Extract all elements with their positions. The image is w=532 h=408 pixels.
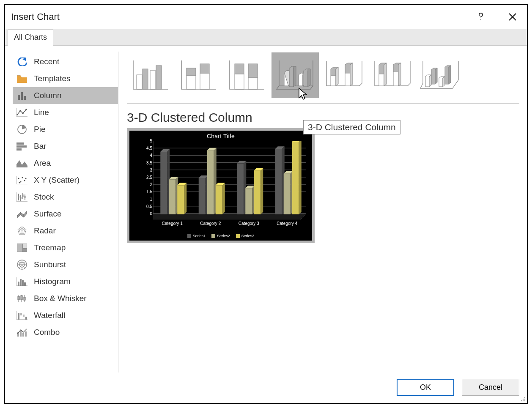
insert-chart-dialog: Insert Chart All Charts Recent Templates	[4, 4, 528, 404]
templates-icon	[16, 73, 28, 84]
svg-rect-43	[150, 71, 156, 89]
pie-icon	[16, 124, 28, 135]
sidebar-item-label: Histogram	[34, 277, 71, 286]
svg-point-81	[523, 400, 524, 401]
subtype-100-stacked-column[interactable]	[223, 52, 271, 98]
help-button[interactable]	[472, 8, 489, 25]
svg-rect-28	[22, 280, 24, 286]
svg-rect-20	[25, 196, 26, 198]
svg-point-80	[521, 400, 522, 401]
subtype-3side


-100-stacked-column[interactable]	[368, 52, 415, 98]
svg-point-4	[19, 110, 21, 112]
tab-row: All Charts	[5, 29, 527, 46]
scatter-icon	[16, 175, 28, 186]
svg-rect-40	[25, 331, 27, 337]
dialog-title: Insert Chart	[11, 11, 458, 22]
subtype-3d-column[interactable]	[416, 52, 463, 98]
histogram-icon	[16, 276, 28, 287]
sidebar-item-label: Radar	[34, 226, 56, 235]
sidebar-item-label: Column	[34, 91, 61, 100]
sidebar-item-pie[interactable]: Pie	[13, 121, 118, 138]
sidebar-item-sunburst[interactable]: Sunburst	[13, 256, 118, 273]
radar-icon	[16, 225, 28, 236]
svg-rect-69	[207, 151, 214, 214]
subtype-stacked-column[interactable]	[175, 52, 222, 98]
recent-icon	[16, 56, 28, 67]
preview-plot	[153, 141, 306, 219]
sidebar-item-stock[interactable]: Stock	[13, 189, 118, 205]
sidebar-item-label: Pie	[34, 125, 45, 134]
svg-point-82	[524, 400, 525, 401]
ok-button[interactable]: OK	[397, 379, 454, 396]
sidebar-item-label: X Y (Scatter)	[34, 175, 80, 185]
surface-icon	[16, 208, 28, 219]
dialog-footer: OK Cancel	[5, 376, 527, 403]
svg-rect-21	[17, 244, 23, 252]
sidebar-item-histogram[interactable]: Histogram	[13, 273, 118, 290]
sidebar-item-label: Templates	[34, 74, 71, 83]
chart-preview[interactable]: Chart Title 00.511.522.533.544.55 Catego…	[127, 128, 315, 243]
sidebar-item-label: Treemap	[34, 243, 66, 252]
sidebar-item-waterfall[interactable]: Waterfall	[13, 307, 118, 324]
svg-point-79	[524, 399, 525, 400]
sidebar-item-label: Area	[34, 159, 51, 168]
svg-rect-23	[23, 248, 27, 252]
sidebar-item-scatter[interactable]: X Y (Scatter)	[13, 172, 118, 189]
svg-rect-10	[16, 148, 22, 151]
svg-rect-0	[18, 95, 20, 100]
sunburst-icon	[16, 259, 28, 270]
sidebar-item-line[interactable]: Line	[13, 104, 118, 121]
svg-rect-70	[216, 185, 222, 214]
svg-rect-73	[254, 171, 261, 214]
svg-point-3	[16, 114, 18, 115]
bar-icon	[16, 141, 28, 152]
tab-all-charts[interactable]: All Charts	[8, 29, 53, 46]
svg-rect-74	[275, 149, 282, 214]
svg-rect-2	[24, 96, 26, 100]
sidebar-item-column[interactable]: Column	[13, 87, 118, 104]
sidebar-item-label: Stock	[34, 192, 54, 202]
sidebar-item-box-whisker[interactable]: Box & Whisker	[13, 290, 118, 307]
box-whisker-icon	[16, 293, 28, 304]
svg-point-11	[18, 178, 19, 179]
area-icon	[16, 158, 28, 169]
svg-rect-41	[137, 75, 142, 89]
svg-rect-32	[24, 297, 25, 300]
svg-rect-76	[292, 142, 299, 214]
sidebar-item-label: Bar	[34, 142, 47, 151]
sidebar-item-recent[interactable]: Recent	[13, 53, 118, 70]
stock-icon	[16, 192, 28, 203]
svg-rect-46	[186, 68, 196, 76]
svg-rect-35	[23, 315, 25, 317]
subtype-clustered-column[interactable]	[127, 52, 174, 98]
sidebar-item-bar[interactable]: Bar	[13, 138, 118, 155]
sidebar-item-surface[interactable]: Surface	[13, 205, 118, 222]
resize-grip-icon[interactable]	[520, 396, 526, 402]
sidebar-item-templates[interactable]: Templates	[13, 70, 118, 87]
svg-rect-45	[186, 76, 196, 89]
chart-category-sidebar: Recent Templates Column Line	[13, 52, 118, 372]
svg-rect-9	[16, 145, 27, 148]
svg-rect-65	[160, 152, 167, 214]
sidebar-item-combo[interactable]: Combo	[13, 324, 118, 341]
close-button[interactable]	[504, 8, 521, 25]
titlebar: Insert Chart	[5, 5, 527, 29]
sidebar-item-area[interactable]: Area	[13, 155, 118, 172]
preview-x-axis: Category 1Category 2Category 3Category 4	[153, 221, 306, 226]
sidebar-item-radar[interactable]: Radar	[13, 222, 118, 239]
sidebar-item-label: Surface	[34, 209, 61, 219]
svg-rect-71	[237, 164, 244, 214]
subtype-3d-clustered-column[interactable]	[271, 52, 319, 98]
svg-rect-31	[21, 296, 22, 300]
svg-point-15	[19, 182, 20, 183]
sidebar-item-treemap[interactable]: Treemap	[13, 239, 118, 256]
waterfall-icon	[16, 310, 28, 321]
svg-point-13	[22, 177, 23, 178]
svg-point-78	[523, 399, 524, 400]
svg-rect-52	[248, 64, 258, 77]
cancel-button[interactable]: Cancel	[462, 379, 519, 396]
svg-point-14	[24, 180, 25, 181]
svg-rect-47	[200, 73, 209, 89]
sidebar-item-label: Combo	[34, 328, 60, 337]
subtype-3d-stacked-column[interactable]	[320, 52, 367, 98]
